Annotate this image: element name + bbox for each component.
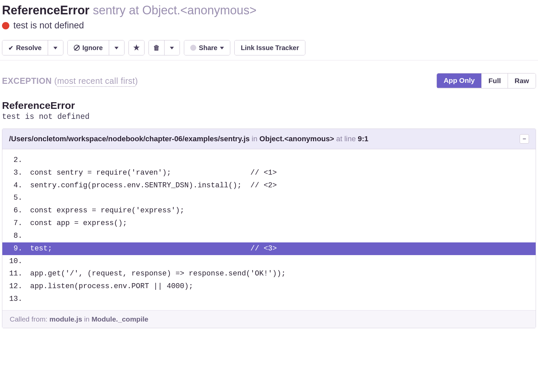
- collapse-frame-button[interactable]: −: [520, 134, 529, 144]
- star-icon: ★: [133, 43, 140, 52]
- line-content: [26, 230, 536, 242]
- chevron-down-icon: [220, 47, 224, 49]
- bookmark-button[interactable]: ★: [129, 40, 144, 55]
- check-icon: [8, 44, 13, 52]
- line-content: sentry.config(process.env.SENTRY_DSN).in…: [26, 179, 536, 192]
- line-content: const express = require('express');: [26, 204, 536, 217]
- chevron-down-icon: [114, 47, 118, 49]
- trash-icon: 🗑: [153, 44, 160, 52]
- source-line: 13.: [2, 293, 536, 306]
- error-type: ReferenceError: [2, 3, 89, 17]
- line-content: const sentry = require('raven'); // <1>: [26, 167, 536, 179]
- source-line: 6. const express = require('express');: [2, 204, 536, 217]
- source-code: 2. 3. const sentry = require('raven'); /…: [2, 149, 536, 310]
- stacktrace-view-toggle: App Only Full Raw: [437, 73, 536, 88]
- line-content: const app = express();: [26, 217, 536, 230]
- section-hint: most recent call first: [57, 76, 135, 87]
- frame-file-path: /Users/oncletom/workspace/nodebook/chapt…: [9, 135, 250, 143]
- ignore-label: Ignore: [82, 44, 103, 52]
- source-line-highlighted: 9. test; // <3>: [2, 242, 536, 255]
- level-indicator-icon: [2, 22, 9, 29]
- link-tracker-label: Link Issue Tracker: [241, 44, 299, 52]
- line-number: 9.: [2, 242, 26, 255]
- source-line: 11. app.get('/', (request, response) => …: [2, 267, 536, 280]
- line-number: 7.: [2, 217, 26, 230]
- source-line: 4. sentry.config(process.env.SENTRY_DSN)…: [2, 179, 536, 192]
- line-number: 5.: [2, 192, 26, 204]
- line-number: 2.: [2, 154, 26, 167]
- resolve-dropdown-button[interactable]: [48, 40, 63, 55]
- source-line: 7. const app = express();: [2, 217, 536, 230]
- ban-icon: [74, 45, 80, 51]
- line-number: 3.: [2, 167, 26, 179]
- line-content: [26, 255, 536, 268]
- source-line: 2.: [2, 154, 536, 167]
- share-label: Share: [199, 44, 218, 52]
- source-line: 12. app.listen(process.env.PORT || 4000)…: [2, 280, 536, 293]
- chevron-down-icon: [170, 47, 174, 49]
- line-number: 12.: [2, 280, 26, 293]
- issue-title: ReferenceError sentry at Object.<anonymo…: [2, 3, 536, 18]
- share-button[interactable]: Share: [184, 40, 230, 55]
- frame-header[interactable]: /Users/oncletom/workspace/nodebook/chapt…: [2, 129, 536, 149]
- ignore-dropdown-button[interactable]: [109, 40, 124, 55]
- frame-footer: Called from: module.js in Module._compil…: [2, 310, 536, 328]
- exception-section-heading: EXCEPTION (most recent call first): [2, 76, 138, 86]
- line-number: 8.: [2, 230, 26, 242]
- called-from-func: Module._compile: [91, 315, 148, 323]
- action-toolbar: Resolve Ignore ★ 🗑 Share: [0, 33, 538, 60]
- source-line: 8.: [2, 230, 536, 242]
- view-app-only-button[interactable]: App Only: [437, 73, 482, 88]
- line-content: [26, 154, 536, 167]
- source-line: 10.: [2, 255, 536, 268]
- frame-function: Object.<anonymous>: [259, 135, 334, 143]
- exception-message: test is not defined: [0, 113, 538, 129]
- resolve-label: Resolve: [16, 44, 42, 52]
- link-issue-tracker-button[interactable]: Link Issue Tracker: [235, 40, 305, 55]
- line-number: 10.: [2, 255, 26, 268]
- view-full-button[interactable]: Full: [481, 73, 507, 88]
- exception-name: ReferenceError: [0, 92, 538, 113]
- line-content: [26, 293, 536, 306]
- error-message: test is not defined: [13, 20, 84, 31]
- line-content: [26, 192, 536, 204]
- line-content: app.get('/', (request, response) => resp…: [26, 267, 536, 280]
- section-caps: EXCEPTION: [2, 76, 52, 85]
- source-line: 3. const sentry = require('raven'); // <…: [2, 167, 536, 179]
- stack-frame: /Users/oncletom/workspace/nodebook/chapt…: [2, 129, 536, 328]
- share-status-icon: [190, 45, 196, 51]
- line-content: test; // <3>: [26, 242, 536, 255]
- called-from-label: Called from:: [10, 315, 47, 323]
- line-number: 11.: [2, 267, 26, 280]
- error-context: sentry at Object.<anonymous>: [93, 3, 256, 17]
- chevron-down-icon: [53, 47, 57, 49]
- view-raw-button[interactable]: Raw: [508, 73, 536, 88]
- delete-dropdown-button[interactable]: [164, 40, 180, 55]
- minus-icon: −: [523, 136, 526, 143]
- called-from-file: module.js: [49, 315, 82, 323]
- ignore-button[interactable]: Ignore: [68, 40, 109, 55]
- frame-location: 9:1: [358, 135, 368, 143]
- line-content: app.listen(process.env.PORT || 4000);: [26, 280, 536, 293]
- line-number: 13.: [2, 293, 26, 306]
- line-number: 6.: [2, 204, 26, 217]
- resolve-button[interactable]: Resolve: [2, 40, 48, 55]
- delete-button[interactable]: 🗑: [149, 40, 164, 55]
- line-number: 4.: [2, 179, 26, 192]
- source-line: 5.: [2, 192, 536, 204]
